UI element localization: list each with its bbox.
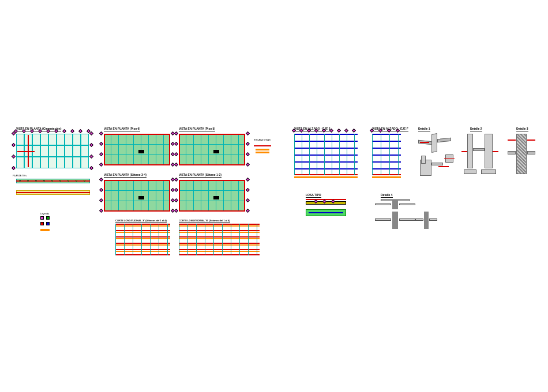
detalle-4: [369, 199, 438, 231]
title-plan-piso5: VISTA EN PLANTA (Piso 5): [179, 127, 215, 131]
label-planta-te: PLANTA TE's: [13, 174, 27, 177]
title-det2: Detalle 2: [470, 127, 482, 131]
title-det3: Detalle 3: [516, 127, 528, 131]
title-losa-tipo: LOSA TIPO: [306, 193, 321, 198]
elev-ejef: [372, 134, 401, 179]
plan-piso5: [179, 134, 245, 165]
detalle-1: [415, 134, 456, 179]
drawing-sheet: VISTA EN PLANTA (Cimentación): [0, 0, 548, 392]
plan-cimentacion: [16, 134, 90, 168]
title-det4: Detalle 4: [381, 193, 393, 198]
title-det1: Detalle 1: [418, 127, 430, 131]
title-corte-a: CORTE LONGITUDINAL 'A' (Sótanos del 1 al…: [115, 219, 167, 223]
losa-tipo-detail: [306, 199, 346, 219]
section-strip-1: [16, 179, 90, 186]
label-escala-vigas: ESCALA VIGAS: [254, 138, 271, 141]
legend-swatches: [40, 216, 69, 233]
plan-sotano34: [104, 180, 170, 212]
label-leyenda: Leyenda: [40, 212, 49, 215]
elev-eje3: [294, 134, 358, 179]
title-plan-sotano34: VISTA EN PLANTA (Sótano 3-4): [104, 173, 147, 178]
section-strip-2: [16, 190, 90, 197]
title-plan-piso6: VISTA EN PLANTA (Piso 6): [104, 127, 140, 131]
corte-longitudinal-b: [179, 224, 260, 255]
escala-vigas-detail: [254, 144, 271, 156]
detalle-3: [508, 134, 536, 179]
title-corte-b: CORTE LONGITUDINAL 'B' (Sótanos del 1 al…: [179, 219, 230, 223]
title-plan-sotano12: VISTA EN PLANTA (Sótano 1-2): [179, 173, 222, 178]
detalle-2: [461, 134, 499, 179]
corte-longitudinal-a: [115, 224, 170, 255]
plan-piso6: [104, 134, 170, 165]
plan-sotano12: [179, 180, 245, 212]
